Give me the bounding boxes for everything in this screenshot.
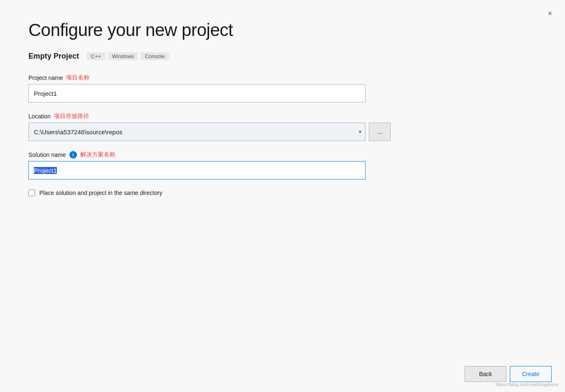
tag-console: Console: [141, 52, 169, 60]
location-label: Location 项目存放路径: [28, 113, 537, 120]
info-icon[interactable]: i: [69, 151, 77, 159]
project-name-input[interactable]: [28, 84, 366, 102]
solution-name-label-text: Solution name: [28, 151, 66, 158]
close-icon: ×: [548, 9, 552, 18]
page-title: Configure your new project: [28, 20, 537, 40]
solution-name-label: Solution name i 解决方案名称: [28, 151, 537, 159]
create-button[interactable]: Create: [510, 366, 552, 382]
same-directory-label: Place solution and project in the same d…: [39, 190, 162, 196]
back-button[interactable]: Back: [465, 366, 506, 382]
dialog-content: Configure your new project Empty Project…: [0, 0, 565, 356]
same-directory-row: Place solution and project in the same d…: [28, 190, 537, 196]
location-annotation: 项目存放路径: [54, 113, 89, 120]
location-select-wrapper: C:\Users\a537246\source\repos ▾: [28, 123, 366, 141]
project-name-label-text: Project name: [28, 74, 63, 81]
project-name-annotation: 项目名称: [66, 74, 89, 82]
close-button[interactable]: ×: [544, 8, 556, 19]
project-name-label: Project name 项目名称: [28, 74, 537, 82]
solution-name-input[interactable]: [28, 161, 366, 179]
same-directory-checkbox[interactable]: [28, 190, 35, 196]
solution-name-annotation: 解决方案名称: [80, 151, 115, 159]
project-type-row: Empty Project C++ Windows Console: [28, 52, 537, 61]
location-select[interactable]: C:\Users\a537246\source\repos: [28, 123, 366, 141]
browse-icon: ...: [377, 128, 382, 135]
project-type-name: Empty Project: [28, 52, 79, 61]
project-name-section: Project name 项目名称: [28, 74, 537, 102]
dialog-footer: Back Create: [0, 356, 565, 392]
same-directory-label-text: Place solution and project in the same d…: [39, 190, 162, 196]
tag-cpp: C++: [87, 52, 105, 60]
location-section: Location 项目存放路径 C:\Users\a537246\source\…: [28, 113, 537, 141]
solution-name-section: Solution name i 解决方案名称: [28, 151, 537, 179]
tag-windows: Windows: [108, 52, 138, 60]
watermark: https://blog.csdn.net/blogdemo: [496, 382, 558, 387]
location-label-text: Location: [28, 113, 51, 120]
location-row: C:\Users\a537246\source\repos ▾ ...: [28, 123, 537, 141]
configure-project-dialog: × Configure your new project Empty Proje…: [0, 0, 565, 392]
browse-button[interactable]: ...: [369, 123, 391, 141]
